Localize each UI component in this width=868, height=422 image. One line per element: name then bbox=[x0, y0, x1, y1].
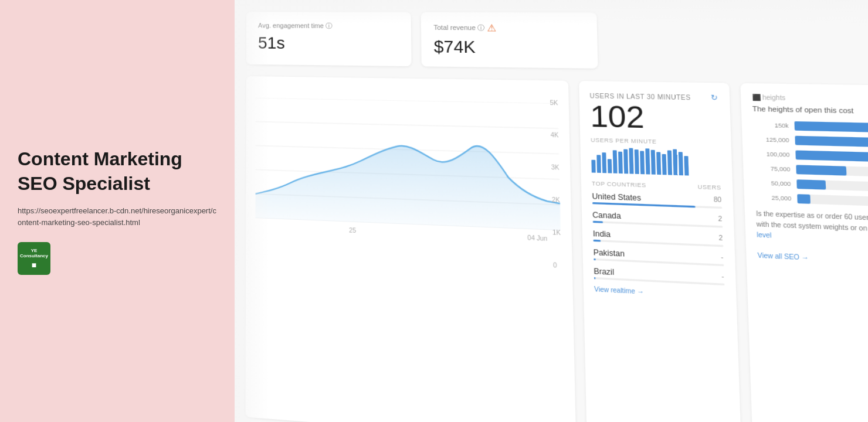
main-content: 5K 4K 3K 2K 1K 0 bbox=[245, 76, 868, 422]
view-realtime-link[interactable]: View realtime → bbox=[594, 285, 725, 300]
bar-15 bbox=[667, 150, 672, 175]
country-bar-fill-ca bbox=[592, 221, 602, 223]
analytics-title: The heights of open this cost bbox=[752, 105, 868, 116]
countries-list: United States 80 Canada 2 bbox=[592, 192, 724, 285]
y-label-0: 0 bbox=[553, 261, 561, 269]
revenue-label: Total revenue ⓘ ⚠ bbox=[433, 22, 584, 34]
country-value-pk: - bbox=[721, 253, 724, 264]
top-countries-header: TOP COUNTRIES USERS bbox=[592, 181, 721, 191]
svg-line-1 bbox=[256, 122, 558, 129]
dashboard-panel: Avg. engagement time ⓘ 51s Total revenue… bbox=[233, 0, 868, 422]
h-bar-label-1: 150k bbox=[753, 122, 789, 129]
left-panel: Content Marketing SEO Specialist https:/… bbox=[0, 0, 235, 422]
country-value-in: 2 bbox=[718, 234, 723, 245]
h-bar-label-4: 75,000 bbox=[754, 165, 790, 173]
realtime-subheader: USERS PER MINUTE bbox=[591, 137, 720, 146]
h-bar-fill-3 bbox=[795, 150, 868, 161]
bar-14 bbox=[662, 154, 666, 175]
horizontal-bar-chart: 150k 125,000 100,000 bbox=[752, 121, 868, 208]
country-bar-fill-in bbox=[593, 240, 601, 242]
revenue-card: Total revenue ⓘ ⚠ $74K bbox=[421, 12, 598, 69]
page-title: Content Marketing SEO Specialist bbox=[18, 147, 217, 196]
country-name-br: Brazil bbox=[594, 267, 614, 277]
info-section: Is the expertise as or order 60 users ro… bbox=[756, 209, 868, 248]
h-bar-bg-6 bbox=[797, 194, 868, 208]
bar-3 bbox=[602, 152, 606, 173]
h-bar-bg-5 bbox=[796, 179, 868, 193]
analytics-card: ⬛ heights The heights of open this cost … bbox=[740, 83, 868, 422]
bar-13 bbox=[656, 152, 661, 175]
bar-4 bbox=[607, 159, 612, 173]
country-name-in: India bbox=[593, 229, 611, 239]
warning-icon: ⚠ bbox=[487, 22, 496, 34]
h-bar-label-3: 100,000 bbox=[754, 151, 789, 158]
bar-8 bbox=[629, 148, 633, 174]
logo-badge[interactable]: YE Consultancy ■ bbox=[18, 242, 50, 275]
country-row-pk: Pakistan - bbox=[593, 248, 724, 266]
h-bar-row-4: 75,000 bbox=[754, 164, 868, 178]
h-bar-fill-2 bbox=[795, 136, 868, 148]
country-value-us: 80 bbox=[714, 196, 722, 206]
h-bar-row-6: 25,000 bbox=[755, 193, 868, 208]
bar-6 bbox=[618, 152, 623, 173]
country-row-in: India 2 bbox=[593, 229, 723, 247]
bar-1 bbox=[591, 160, 595, 173]
bar-16 bbox=[673, 149, 677, 175]
bar-18 bbox=[684, 156, 689, 175]
y-label-1k: 1K bbox=[552, 229, 561, 236]
h-bar-label-2: 125,000 bbox=[753, 136, 789, 144]
country-value-ca: 2 bbox=[718, 215, 722, 226]
svg-line-0 bbox=[256, 98, 558, 103]
top-countries-label: TOP COUNTRIES bbox=[592, 181, 646, 189]
country-name-pk: Pakistan bbox=[593, 248, 625, 258]
h-bar-fill-1 bbox=[794, 121, 868, 133]
y-label-3k: 3K bbox=[551, 164, 560, 171]
h-bar-fill-4 bbox=[796, 165, 847, 175]
y-label-5k: 5K bbox=[550, 99, 558, 106]
country-row-ca: Canada 2 bbox=[592, 210, 723, 228]
h-bar-row-3: 100,000 bbox=[754, 149, 868, 164]
bar-2 bbox=[596, 155, 601, 173]
h-bar-label-6: 25,000 bbox=[755, 194, 792, 202]
h-bar-row-1: 150k bbox=[752, 121, 868, 134]
h-bar-label-5: 50,000 bbox=[755, 179, 791, 187]
engagement-label: Avg. engagement time ⓘ bbox=[258, 21, 399, 30]
h-bar-bg-4 bbox=[796, 165, 868, 178]
h-bar-row-2: 125,000 bbox=[753, 135, 868, 148]
bar-12 bbox=[650, 150, 655, 175]
x-label-25: 25 bbox=[349, 227, 356, 234]
country-name-us: United States bbox=[592, 192, 641, 202]
y-label-4k: 4K bbox=[550, 131, 558, 138]
engagement-value: 51s bbox=[258, 33, 399, 54]
country-row-us: United States 80 bbox=[592, 192, 722, 209]
h-bar-fill-6 bbox=[797, 194, 811, 204]
realtime-count: 102 bbox=[590, 101, 720, 135]
refresh-icon[interactable]: ↻ bbox=[711, 93, 718, 103]
view-all-link: View all SEO → bbox=[757, 249, 868, 268]
realtime-card: USERS IN LAST 30 MINUTES ↻ 102 USERS PER… bbox=[579, 81, 741, 422]
country-name-ca: Canada bbox=[592, 210, 621, 220]
line-chart-card: 5K 4K 3K 2K 1K 0 bbox=[245, 76, 575, 422]
bar-5 bbox=[612, 150, 617, 173]
h-bar-bg-2 bbox=[795, 136, 868, 148]
logo-text: YE Consultancy bbox=[18, 248, 50, 259]
bar-10 bbox=[640, 151, 645, 174]
y-label-2k: 2K bbox=[552, 196, 560, 203]
page-url[interactable]: https://seoexpertfreelancer.b-cdn.net/hi… bbox=[18, 205, 217, 228]
view-all-text[interactable]: View all SEO → bbox=[757, 252, 809, 261]
country-bar-fill-pk bbox=[594, 258, 596, 261]
country-row-br: Brazil - bbox=[594, 267, 724, 285]
line-chart-svg bbox=[255, 98, 560, 230]
country-bar-fill-br bbox=[594, 277, 595, 279]
h-bar-bg-1 bbox=[794, 121, 868, 134]
users-per-minute-bars bbox=[591, 147, 720, 176]
engagement-card: Avg. engagement time ⓘ 51s bbox=[246, 12, 412, 66]
bar-7 bbox=[623, 149, 628, 173]
analytics-header-label: ⬛ heights bbox=[752, 94, 868, 104]
country-value-br: - bbox=[721, 273, 724, 283]
bar-11 bbox=[645, 148, 650, 174]
chart-y-labels: 5K 4K 3K 2K 1K 0 bbox=[550, 99, 561, 269]
h-bar-bg-3 bbox=[795, 150, 868, 163]
h-bar-row-5: 50,000 bbox=[755, 178, 868, 193]
users-label: USERS bbox=[697, 183, 721, 190]
